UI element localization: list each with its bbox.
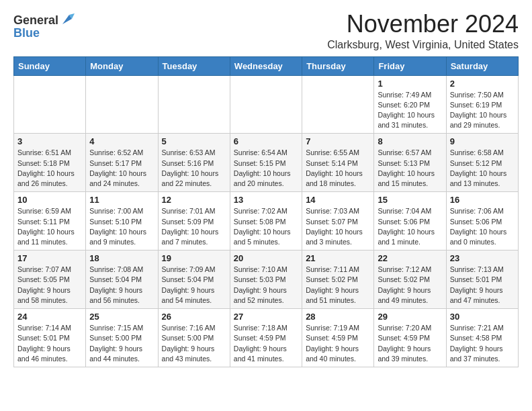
day-info: Sunrise: 7:50 AM Sunset: 6:19 PM Dayligh… [450, 90, 515, 131]
day-number: 9 [450, 136, 515, 146]
day-number: 15 [378, 195, 442, 205]
day-number: 24 [17, 312, 82, 322]
day-info: Sunrise: 7:10 AM Sunset: 5:03 PM Dayligh… [234, 265, 298, 306]
calendar-header-row: SundayMondayTuesdayWednesdayThursdayFrid… [14, 56, 519, 75]
day-number: 17 [17, 253, 82, 263]
day-info: Sunrise: 7:07 AM Sunset: 5:05 PM Dayligh… [17, 265, 82, 306]
day-info: Sunrise: 7:14 AM Sunset: 5:01 PM Dayligh… [17, 323, 82, 364]
calendar-cell: 23Sunrise: 7:13 AM Sunset: 5:01 PM Dayli… [446, 250, 518, 309]
calendar-cell: 22Sunrise: 7:12 AM Sunset: 5:02 PM Dayli… [374, 250, 446, 309]
calendar-cell: 5Sunrise: 6:53 AM Sunset: 5:16 PM Daylig… [158, 134, 230, 192]
calendar-cell: 30Sunrise: 7:21 AM Sunset: 4:58 PM Dayli… [446, 309, 518, 367]
day-info: Sunrise: 7:03 AM Sunset: 5:07 PM Dayligh… [306, 206, 370, 247]
day-number: 19 [162, 253, 226, 263]
day-info: Sunrise: 7:01 AM Sunset: 5:09 PM Dayligh… [162, 206, 226, 247]
calendar-cell: 6Sunrise: 6:54 AM Sunset: 5:15 PM Daylig… [230, 134, 302, 192]
calendar-cell: 15Sunrise: 7:04 AM Sunset: 5:06 PM Dayli… [374, 192, 446, 250]
day-number: 8 [378, 136, 442, 146]
calendar-week-3: 10Sunrise: 6:59 AM Sunset: 5:11 PM Dayli… [14, 192, 519, 250]
logo-blue-text: Blue [13, 27, 40, 39]
weekday-header-thursday: Thursday [302, 56, 374, 75]
day-number: 10 [17, 195, 82, 205]
day-number: 1 [378, 79, 442, 89]
day-number: 7 [306, 136, 370, 146]
calendar-cell: 14Sunrise: 7:03 AM Sunset: 5:07 PM Dayli… [302, 192, 374, 250]
page-header: General Blue November 2024 Clarksburg, W… [13, 11, 519, 51]
location-text: Clarksburg, West Virginia, United States [327, 39, 519, 51]
calendar-week-1: 1Sunrise: 7:49 AM Sunset: 6:20 PM Daylig… [14, 75, 519, 134]
calendar-cell [230, 75, 302, 134]
day-info: Sunrise: 7:08 AM Sunset: 5:04 PM Dayligh… [89, 265, 154, 306]
calendar-table: SundayMondayTuesdayWednesdayThursdayFrid… [13, 56, 519, 367]
day-number: 5 [162, 136, 226, 146]
day-number: 2 [450, 79, 515, 89]
day-number: 21 [306, 253, 370, 263]
logo-general-text: General [13, 14, 58, 26]
day-number: 23 [450, 253, 515, 263]
day-number: 11 [89, 195, 154, 205]
calendar-cell: 12Sunrise: 7:01 AM Sunset: 5:09 PM Dayli… [158, 192, 230, 250]
weekday-header-friday: Friday [374, 56, 446, 75]
day-info: Sunrise: 7:12 AM Sunset: 5:02 PM Dayligh… [378, 265, 442, 306]
day-info: Sunrise: 7:16 AM Sunset: 5:00 PM Dayligh… [162, 323, 226, 364]
weekday-header-saturday: Saturday [446, 56, 518, 75]
day-number: 20 [234, 253, 298, 263]
day-number: 22 [378, 253, 442, 263]
day-number: 30 [450, 312, 515, 322]
logo-icon [60, 12, 75, 27]
title-block: November 2024 Clarksburg, West Virginia,… [327, 11, 519, 51]
day-info: Sunrise: 7:18 AM Sunset: 4:59 PM Dayligh… [234, 323, 298, 364]
day-info: Sunrise: 6:57 AM Sunset: 5:13 PM Dayligh… [378, 148, 442, 189]
day-info: Sunrise: 7:20 AM Sunset: 4:59 PM Dayligh… [378, 323, 442, 364]
month-title: November 2024 [327, 11, 519, 38]
calendar-cell: 18Sunrise: 7:08 AM Sunset: 5:04 PM Dayli… [86, 250, 158, 309]
day-number: 3 [17, 136, 82, 146]
day-info: Sunrise: 6:55 AM Sunset: 5:14 PM Dayligh… [306, 148, 370, 189]
day-info: Sunrise: 7:13 AM Sunset: 5:01 PM Dayligh… [450, 265, 515, 306]
day-number: 25 [89, 312, 154, 322]
day-number: 13 [234, 195, 298, 205]
day-number: 16 [450, 195, 515, 205]
calendar-cell [302, 75, 374, 134]
day-info: Sunrise: 7:19 AM Sunset: 4:59 PM Dayligh… [306, 323, 370, 364]
calendar-cell: 8Sunrise: 6:57 AM Sunset: 5:13 PM Daylig… [374, 134, 446, 192]
day-info: Sunrise: 7:04 AM Sunset: 5:06 PM Dayligh… [378, 206, 442, 247]
day-info: Sunrise: 6:53 AM Sunset: 5:16 PM Dayligh… [162, 148, 226, 189]
weekday-header-wednesday: Wednesday [230, 56, 302, 75]
calendar-cell: 25Sunrise: 7:15 AM Sunset: 5:00 PM Dayli… [86, 309, 158, 367]
calendar-cell: 28Sunrise: 7:19 AM Sunset: 4:59 PM Dayli… [302, 309, 374, 367]
day-info: Sunrise: 7:49 AM Sunset: 6:20 PM Dayligh… [378, 90, 442, 131]
day-info: Sunrise: 6:58 AM Sunset: 5:12 PM Dayligh… [450, 148, 515, 189]
day-number: 18 [89, 253, 154, 263]
day-number: 12 [162, 195, 226, 205]
day-number: 29 [378, 312, 442, 322]
calendar-week-4: 17Sunrise: 7:07 AM Sunset: 5:05 PM Dayli… [14, 250, 519, 309]
day-info: Sunrise: 7:09 AM Sunset: 5:04 PM Dayligh… [162, 265, 226, 306]
calendar-cell [14, 75, 86, 134]
day-info: Sunrise: 7:02 AM Sunset: 5:08 PM Dayligh… [234, 206, 298, 247]
calendar-cell: 9Sunrise: 6:58 AM Sunset: 5:12 PM Daylig… [446, 134, 518, 192]
calendar-cell: 29Sunrise: 7:20 AM Sunset: 4:59 PM Dayli… [374, 309, 446, 367]
calendar-cell: 11Sunrise: 7:00 AM Sunset: 5:10 PM Dayli… [86, 192, 158, 250]
calendar-cell: 1Sunrise: 7:49 AM Sunset: 6:20 PM Daylig… [374, 75, 446, 134]
day-number: 27 [234, 312, 298, 322]
calendar-week-5: 24Sunrise: 7:14 AM Sunset: 5:01 PM Dayli… [14, 309, 519, 367]
day-info: Sunrise: 6:52 AM Sunset: 5:17 PM Dayligh… [89, 148, 154, 189]
day-number: 6 [234, 136, 298, 146]
day-number: 26 [162, 312, 226, 322]
day-number: 28 [306, 312, 370, 322]
calendar-cell: 27Sunrise: 7:18 AM Sunset: 4:59 PM Dayli… [230, 309, 302, 367]
calendar-cell: 2Sunrise: 7:50 AM Sunset: 6:19 PM Daylig… [446, 75, 518, 134]
calendar-cell: 20Sunrise: 7:10 AM Sunset: 5:03 PM Dayli… [230, 250, 302, 309]
day-number: 14 [306, 195, 370, 205]
day-info: Sunrise: 7:00 AM Sunset: 5:10 PM Dayligh… [89, 206, 154, 247]
calendar-cell: 4Sunrise: 6:52 AM Sunset: 5:17 PM Daylig… [86, 134, 158, 192]
calendar-cell: 21Sunrise: 7:11 AM Sunset: 5:02 PM Dayli… [302, 250, 374, 309]
calendar-cell: 10Sunrise: 6:59 AM Sunset: 5:11 PM Dayli… [14, 192, 86, 250]
calendar-cell: 17Sunrise: 7:07 AM Sunset: 5:05 PM Dayli… [14, 250, 86, 309]
day-info: Sunrise: 6:54 AM Sunset: 5:15 PM Dayligh… [234, 148, 298, 189]
day-number: 4 [89, 136, 154, 146]
day-info: Sunrise: 7:11 AM Sunset: 5:02 PM Dayligh… [306, 265, 370, 306]
calendar-cell [86, 75, 158, 134]
calendar-cell: 13Sunrise: 7:02 AM Sunset: 5:08 PM Dayli… [230, 192, 302, 250]
